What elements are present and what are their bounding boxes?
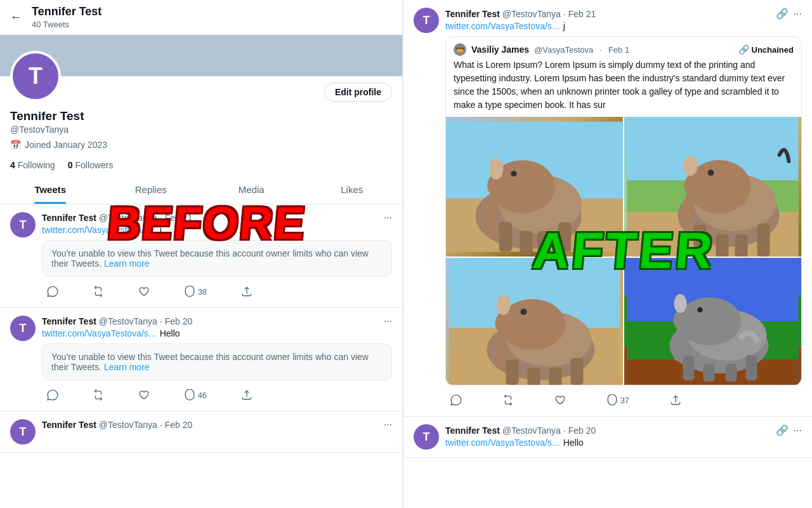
right-tweet-link[interactable]: twitter.com/VasyaTestova/s… <box>445 21 561 31</box>
tweet-link[interactable]: twitter.com/VasyaTestova/s… <box>42 328 157 338</box>
left-panel: ← Tennifer Test 40 Tweets T Edit profile… <box>0 0 403 508</box>
svg-rect-34 <box>571 358 584 385</box>
svg-point-11 <box>511 171 516 177</box>
like-button[interactable] <box>133 387 155 403</box>
svg-rect-8 <box>558 222 571 252</box>
tweet-author-handle: @TestovTanya <box>99 213 157 223</box>
unchained-badge: 🔗 Unchained <box>738 44 794 55</box>
svg-rect-33 <box>549 368 562 385</box>
tweet-image-4[interactable] <box>624 258 801 385</box>
more-options-button[interactable]: ··· <box>794 8 802 20</box>
tweet-more-button[interactable]: ··· <box>384 316 392 327</box>
svg-rect-21 <box>735 234 748 257</box>
tab-tweets[interactable]: Tweets <box>0 175 101 204</box>
svg-rect-7 <box>537 231 550 255</box>
learn-more-link[interactable]: Learn more <box>104 258 150 269</box>
avatar: T <box>10 51 61 102</box>
tweet-header: Tennifer Test @TestovTanya · Feb 20 ··· <box>42 419 392 431</box>
svg-rect-6 <box>520 231 532 255</box>
avatar: T <box>10 316 36 341</box>
followers-stat[interactable]: 0 Followers <box>68 160 114 170</box>
tweet-author-name: Tennifer Test <box>42 213 96 223</box>
right-tweet-item: T Tennifer Test @TestovTanya · Feb 21 🔗 … <box>403 0 812 417</box>
reply-button[interactable] <box>42 387 63 403</box>
tweet-text: twitter.com/VasyaTestova/s… Hello <box>42 328 392 338</box>
retweet-button[interactable] <box>497 392 519 408</box>
tweet-content: Tennifer Test @TestovTanya · Feb 21 ··· … <box>42 212 392 300</box>
tweet-header: Tennifer Test @TestovTanya · Feb 21 ··· <box>42 212 392 224</box>
quoted-tweet-header: 🤠 Vasiliy James @VasyaTestova · Feb 1 🔗 … <box>446 37 801 58</box>
tweet-more-button[interactable]: ··· <box>384 419 392 431</box>
avatar: T <box>10 212 36 237</box>
right-tweet-text: twitter.com/VasyaTestova/s… Hello <box>445 438 802 448</box>
avatar: T <box>10 419 36 444</box>
profile-avatar-area: T Edit profile <box>0 76 402 102</box>
svg-rect-19 <box>694 225 707 257</box>
reply-button[interactable] <box>445 392 467 408</box>
right-tweet-header: Tennifer Test @TestovTanya · Feb 20 🔗 ··… <box>445 424 802 436</box>
like-button[interactable] <box>133 283 155 300</box>
right-tweet-actions-right: 🔗 ··· <box>776 8 802 20</box>
more-options-button[interactable]: ··· <box>794 425 802 436</box>
reply-button[interactable] <box>42 283 63 300</box>
right-tweet-link[interactable]: twitter.com/VasyaTestova/s… <box>445 438 561 448</box>
quoted-date: Feb 1 <box>608 45 629 55</box>
views-button[interactable]: 38 <box>179 283 212 300</box>
header-name: Tennifer Test <box>32 5 102 18</box>
profile-banner <box>0 35 402 76</box>
retweet-button[interactable] <box>88 283 109 300</box>
tweet-image-1[interactable] <box>446 117 623 257</box>
following-stat[interactable]: 4 Following <box>10 160 55 170</box>
tweet-link[interactable]: twitter.com/VasyaTestova/s… <box>42 225 157 235</box>
back-button[interactable]: ← <box>10 11 22 24</box>
profile-joined: 📅 Joined January 2023 <box>10 140 392 150</box>
avatar: T <box>414 8 439 33</box>
tweet-header: Tennifer Test @TestovTanya · Feb 20 ··· <box>42 316 392 327</box>
tweet-item: T Tennifer Test @TestovTanya · Feb 21 ··… <box>0 204 402 308</box>
quoted-author-handle: @VasyaTestova <box>534 45 593 55</box>
header-tweet-count: 40 Tweets <box>32 20 69 29</box>
tweet-date: Feb 20 <box>165 420 193 430</box>
svg-rect-5 <box>499 222 512 252</box>
right-panel: T Tennifer Test @TestovTanya · Feb 21 🔗 … <box>403 0 812 508</box>
svg-rect-45 <box>704 364 715 382</box>
tweet-author-name: Tennifer Test <box>42 316 96 326</box>
unchained-label: Unchained <box>752 45 794 55</box>
tab-replies[interactable]: Replies <box>101 175 202 204</box>
svg-point-49 <box>698 307 703 312</box>
tweet-restricted-notice: You're unable to view this Tweet because… <box>42 240 392 277</box>
tweet-image-3[interactable] <box>446 258 623 385</box>
avatar: T <box>414 424 439 450</box>
like-button[interactable] <box>549 392 571 408</box>
right-tweet-text: twitter.com/VasyaTestova/s… j <box>445 21 802 31</box>
tweet-more-button[interactable]: ··· <box>384 212 392 224</box>
profile-header-bar: ← Tennifer Test 40 Tweets <box>0 0 402 35</box>
share-button[interactable] <box>236 283 258 300</box>
tab-likes[interactable]: Likes <box>302 175 403 204</box>
learn-more-link[interactable]: Learn more <box>104 362 150 372</box>
right-tweet-item: T Tennifer Test @TestovTanya · Feb 20 🔗 … <box>403 417 812 458</box>
svg-point-36 <box>521 309 527 315</box>
svg-rect-22 <box>757 224 770 257</box>
views-button[interactable]: 37 <box>601 392 634 408</box>
views-button[interactable]: 46 <box>179 387 212 403</box>
unchained-icon: 🔗 <box>776 8 789 20</box>
right-tweet-author-name: Tennifer Test <box>445 425 500 436</box>
tweet-image-2[interactable] <box>624 117 801 257</box>
unchained-link-icon: 🔗 <box>738 44 749 55</box>
share-button[interactable] <box>236 387 258 403</box>
share-button[interactable] <box>665 392 686 408</box>
quoted-avatar: 🤠 <box>454 43 466 56</box>
profile-tabs: Tweets Replies Media Likes <box>0 175 402 204</box>
right-tweet-author-name: Tennifer Test <box>445 9 500 19</box>
tab-media[interactable]: Media <box>201 175 302 204</box>
svg-rect-32 <box>528 368 540 385</box>
tweets-list: T Tennifer Test @TestovTanya · Feb 21 ··… <box>0 204 402 508</box>
quoted-tweet-card[interactable]: 🤠 Vasiliy James @VasyaTestova · Feb 1 🔗 … <box>445 36 802 385</box>
retweet-button[interactable] <box>88 387 109 403</box>
header-user-info: Tennifer Test 40 Tweets <box>32 5 102 30</box>
profile-info: Tennifer Test @TestovTanya 📅 Joined Janu… <box>0 102 402 155</box>
right-tweet-header: Tennifer Test @TestovTanya · Feb 21 🔗 ··… <box>445 8 802 20</box>
unchained-icon: 🔗 <box>776 424 789 436</box>
edit-profile-button[interactable]: Edit profile <box>324 83 392 102</box>
